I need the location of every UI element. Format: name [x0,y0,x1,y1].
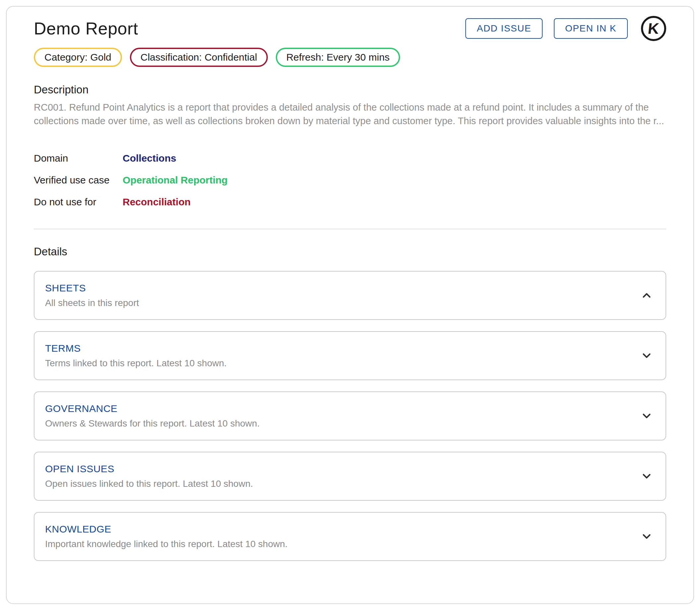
accordion-subtitle: All sheets in this report [45,298,139,308]
page: Demo Report ADD ISSUE OPEN IN K K Catego… [0,0,700,610]
report-detail-panel: Demo Report ADD ISSUE OPEN IN K K Catego… [6,6,694,604]
accordion-text: TERMS Terms linked to this report. Lates… [45,343,227,369]
k-brand-logo-icon: K [641,16,666,41]
description-heading: Description [34,83,666,96]
header: Demo Report ADD ISSUE OPEN IN K K [34,16,666,41]
attribute-row-verified-use-case: Verified use case Operational Reporting [34,174,666,186]
accordion-sheets[interactable]: SHEETS All sheets in this report [34,271,666,320]
attribute-value-do-not-use-for: Reconciliation [123,196,190,208]
accordion-title: TERMS [45,343,227,354]
description-text: RC001. Refund Point Analytics is a repor… [34,101,668,128]
page-title: Demo Report [34,18,138,38]
chevron-down-icon[interactable] [640,349,653,362]
details-heading: Details [34,245,666,258]
chevron-down-icon[interactable] [640,530,653,543]
chevron-up-icon[interactable] [640,289,653,302]
attribute-value-domain: Collections [123,152,176,164]
accordion-knowledge[interactable]: KNOWLEDGE Important knowledge linked to … [34,512,666,561]
accordion-text: SHEETS All sheets in this report [45,283,139,308]
details-accordion-list: SHEETS All sheets in this report TERMS T… [34,271,666,561]
accordion-text: KNOWLEDGE Important knowledge linked to … [45,524,288,549]
chevron-down-icon[interactable] [640,470,653,482]
attribute-label: Verified use case [34,174,123,186]
accordion-subtitle: Important knowledge linked to this repor… [45,539,288,549]
attribute-value-verified-use-case: Operational Reporting [123,174,228,186]
accordion-subtitle: Owners & Stewards for this report. Lates… [45,418,260,429]
accordion-governance[interactable]: GOVERNANCE Owners & Stewards for this re… [34,391,666,440]
attributes: Domain Collections Verified use case Ope… [34,152,666,208]
attribute-label: Domain [34,152,123,164]
category-badge: Category: Gold [34,48,122,67]
add-issue-button[interactable]: ADD ISSUE [465,18,542,39]
accordion-title: OPEN ISSUES [45,463,253,475]
chevron-down-icon[interactable] [640,410,653,422]
divider [34,228,666,229]
accordion-subtitle: Terms linked to this report. Latest 10 s… [45,358,227,369]
accordion-text: GOVERNANCE Owners & Stewards for this re… [45,403,260,429]
accordion-title: GOVERNANCE [45,403,260,414]
open-in-k-button[interactable]: OPEN IN K [554,18,628,39]
accordion-title: SHEETS [45,283,139,294]
attribute-label: Do not use for [34,196,123,208]
classification-badge: Classification: Confidential [130,48,268,67]
refresh-badge: Refresh: Every 30 mins [276,48,400,67]
accordion-title: KNOWLEDGE [45,524,288,535]
accordion-terms[interactable]: TERMS Terms linked to this report. Lates… [34,331,666,380]
accordion-open-issues[interactable]: OPEN ISSUES Open issues linked to this r… [34,452,666,501]
header-actions: ADD ISSUE OPEN IN K K [465,16,666,41]
attribute-row-domain: Domain Collections [34,152,666,164]
accordion-text: OPEN ISSUES Open issues linked to this r… [45,463,253,489]
attribute-row-do-not-use-for: Do not use for Reconciliation [34,196,666,208]
accordion-subtitle: Open issues linked to this report. Lates… [45,479,253,489]
badges-row: Category: Gold Classification: Confident… [34,48,666,67]
